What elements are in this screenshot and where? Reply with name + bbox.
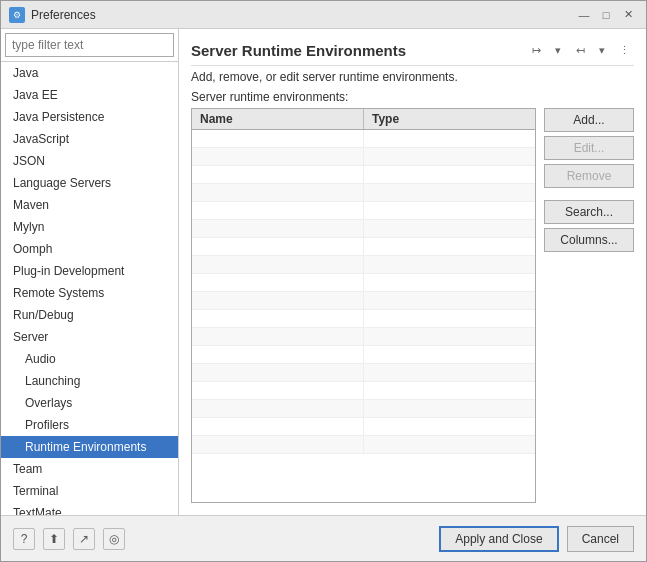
table-cell-name: [192, 166, 364, 183]
table-cell-name: [192, 148, 364, 165]
tree-item-json[interactable]: JSON: [1, 150, 178, 172]
edit-button[interactable]: Edit...: [544, 136, 634, 160]
tree-item-java[interactable]: Java: [1, 62, 178, 84]
filter-box: [1, 29, 178, 62]
tree-item-javascript[interactable]: JavaScript: [1, 128, 178, 150]
table-cell-type: [364, 166, 535, 183]
tree-item-launching[interactable]: Launching: [1, 370, 178, 392]
button-panel: Add... Edit... Remove Search... Columns.…: [544, 108, 634, 503]
main-content: JavaJava EEJava PersistenceJavaScriptJSO…: [1, 29, 646, 515]
panel-sub-label: Server runtime environments:: [191, 90, 634, 104]
table-cell-type: [364, 238, 535, 255]
footer: ? ⬆ ↗ ◎ Apply and Close Cancel: [1, 515, 646, 561]
table-row: [192, 148, 535, 166]
table-row: [192, 346, 535, 364]
table-row: [192, 202, 535, 220]
table-cell-name: [192, 382, 364, 399]
table-cell-name: [192, 328, 364, 345]
footer-icons: ? ⬆ ↗ ◎: [13, 528, 125, 550]
close-button[interactable]: ✕: [618, 6, 638, 24]
table-row: [192, 418, 535, 436]
table-row: [192, 238, 535, 256]
table-cell-name: [192, 346, 364, 363]
table-cell-name: [192, 364, 364, 381]
tree-item-java-persistence[interactable]: Java Persistence: [1, 106, 178, 128]
tree-item-remote-systems[interactable]: Remote Systems: [1, 282, 178, 304]
table-cell-type: [364, 328, 535, 345]
table-cell-name: [192, 220, 364, 237]
panel-title-row: Server Runtime Environments ↦ ▾ ↤ ▾ ⋮: [191, 41, 634, 66]
title-bar-left: ⚙ Preferences: [9, 7, 96, 23]
maximize-button[interactable]: □: [596, 6, 616, 24]
back-button[interactable]: ↦: [526, 41, 546, 59]
table-cell-name: [192, 436, 364, 453]
tree-item-java-ee[interactable]: Java EE: [1, 84, 178, 106]
tree-item-oomph[interactable]: Oomph: [1, 238, 178, 260]
table-cell-name: [192, 274, 364, 291]
export-icon-button[interactable]: ↗: [73, 528, 95, 550]
table-cell-name: [192, 130, 364, 147]
toolbar-dropdown[interactable]: ▾: [548, 41, 568, 59]
preferences-window: ⚙ Preferences — □ ✕ JavaJava EEJava Pers…: [0, 0, 647, 562]
table-cell-type: [364, 184, 535, 201]
tree-item-team[interactable]: Team: [1, 458, 178, 480]
table-cell-name: [192, 418, 364, 435]
table-header: Name Type: [192, 109, 535, 130]
table-body[interactable]: [192, 130, 535, 502]
table-cell-name: [192, 256, 364, 273]
tree-item-mylyn[interactable]: Mylyn: [1, 216, 178, 238]
table-cell-type: [364, 148, 535, 165]
tree-item-terminal[interactable]: Terminal: [1, 480, 178, 502]
table-row: [192, 166, 535, 184]
tree-item-maven[interactable]: Maven: [1, 194, 178, 216]
tree-item-runtime-environments[interactable]: Runtime Environments: [1, 436, 178, 458]
table-row: [192, 364, 535, 382]
filter-input[interactable]: [5, 33, 174, 57]
table-cell-type: [364, 400, 535, 417]
columns-button[interactable]: Columns...: [544, 228, 634, 252]
search-button[interactable]: Search...: [544, 200, 634, 224]
toolbar-dropdown2[interactable]: ▾: [592, 41, 612, 59]
right-panel: Server Runtime Environments ↦ ▾ ↤ ▾ ⋮ Ad…: [179, 29, 646, 515]
table-cell-name: [192, 202, 364, 219]
table-cell-name: [192, 400, 364, 417]
panel-title: Server Runtime Environments: [191, 42, 406, 59]
tree-item-profilers[interactable]: Profilers: [1, 414, 178, 436]
table-cell-name: [192, 310, 364, 327]
table-cell-type: [364, 346, 535, 363]
tree-item-language-servers[interactable]: Language Servers: [1, 172, 178, 194]
table-row: [192, 220, 535, 238]
minimize-button[interactable]: —: [574, 6, 594, 24]
tree-item-textmate[interactable]: TextMate: [1, 502, 178, 515]
menu-button[interactable]: ⋮: [614, 41, 634, 59]
table-row: [192, 292, 535, 310]
table-cell-type: [364, 364, 535, 381]
tree-item-run-debug[interactable]: Run/Debug: [1, 304, 178, 326]
table-cell-type: [364, 256, 535, 273]
preferences-icon-button[interactable]: ◎: [103, 528, 125, 550]
help-icon-button[interactable]: ?: [13, 528, 35, 550]
table-cell-type: [364, 220, 535, 237]
tree-item-audio[interactable]: Audio: [1, 348, 178, 370]
add-button[interactable]: Add...: [544, 108, 634, 132]
cancel-button[interactable]: Cancel: [567, 526, 634, 552]
import-icon-button[interactable]: ⬆: [43, 528, 65, 550]
window-icon: ⚙: [9, 7, 25, 23]
table-row: [192, 184, 535, 202]
table-cell-type: [364, 310, 535, 327]
forward-button[interactable]: ↤: [570, 41, 590, 59]
table-row: [192, 274, 535, 292]
tree-item-plugin-development[interactable]: Plug-in Development: [1, 260, 178, 282]
apply-close-button[interactable]: Apply and Close: [439, 526, 558, 552]
table-row: [192, 310, 535, 328]
table-cell-type: [364, 292, 535, 309]
table-row: [192, 382, 535, 400]
title-bar: ⚙ Preferences — □ ✕: [1, 1, 646, 29]
window-title: Preferences: [31, 8, 96, 22]
remove-button[interactable]: Remove: [544, 164, 634, 188]
tree-item-server[interactable]: Server: [1, 326, 178, 348]
tree-item-overlays[interactable]: Overlays: [1, 392, 178, 414]
table-cell-name: [192, 238, 364, 255]
table-row: [192, 436, 535, 454]
table-cell-name: [192, 292, 364, 309]
